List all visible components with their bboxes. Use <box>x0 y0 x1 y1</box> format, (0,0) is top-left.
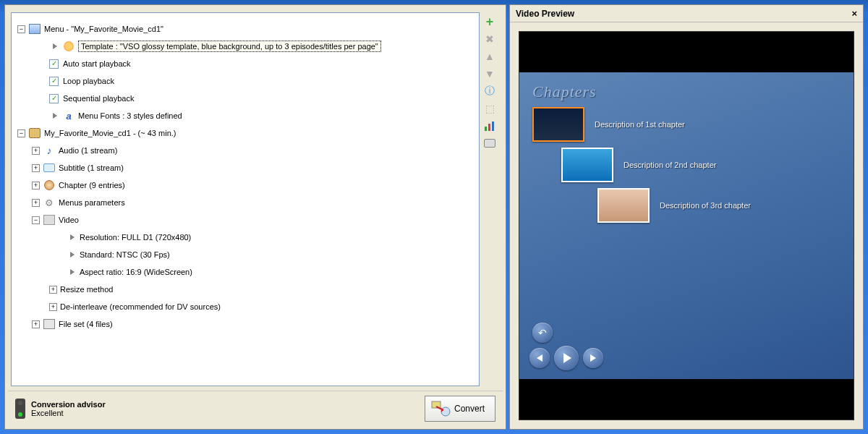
merge-icon[interactable]: ⬚ <box>483 102 496 115</box>
preview-title: Video Preview <box>516 9 574 19</box>
conversion-advisor: Conversion advisor Excellent <box>15 399 106 419</box>
nav-prev-icon[interactable] <box>529 348 550 368</box>
tree-node-template[interactable]: Template : "VSO glossy template, blue ba… <box>17 38 473 55</box>
expand-icon[interactable]: + <box>32 182 40 190</box>
collapse-icon[interactable]: − <box>32 216 40 224</box>
bullet-icon <box>70 252 75 258</box>
remove-icon[interactable]: ✖ <box>483 33 496 46</box>
bottom-bar: Conversion advisor Excellent Convert <box>8 391 503 426</box>
chapter-label: Chapter (9 entries) <box>59 181 125 190</box>
loop-checkbox[interactable]: ✓ <box>49 77 59 86</box>
bullet-icon <box>53 43 57 49</box>
template-icon <box>64 41 74 51</box>
svg-point-4 <box>441 407 450 416</box>
convert-label: Convert <box>454 404 485 414</box>
expand-icon[interactable]: + <box>32 320 40 328</box>
tree-node-resize[interactable]: + Resize method <box>17 281 473 298</box>
subtitle-label: Subtitle (1 stream) <box>59 163 124 172</box>
tree-node-standard[interactable]: Standard: NTSC (30 Fps) <box>17 246 473 263</box>
tree-node-resolution[interactable]: Resolution: FULL D1 (720x480) <box>17 229 473 246</box>
tree-node-video[interactable]: − Video <box>17 211 473 229</box>
template-label: Template : "VSO glossy template, blue ba… <box>78 41 381 52</box>
movie-label: My_Favorite_Movie_cd1 - (~ 43 min.) <box>44 129 176 137</box>
chapter-thumb-3 <box>597 188 650 223</box>
tree-node-aspect[interactable]: Aspect ratio: 16:9 (WideScreen) <box>17 263 473 281</box>
traffic-light-icon <box>15 399 25 419</box>
menu-label: Menu - "My_Favorite_Movie_cd1" <box>44 25 163 33</box>
svg-rect-0 <box>485 127 487 131</box>
nav-play-icon[interactable] <box>554 346 579 370</box>
preview-area: Chapters Description of 1st chapter Desc… <box>510 22 863 429</box>
sequential-checkbox[interactable]: ✓ <box>49 94 59 103</box>
chapter-icon <box>44 180 54 190</box>
info-icon[interactable]: ⓘ <box>483 85 496 98</box>
video-label: Video <box>59 216 79 224</box>
tree-node-menus-params[interactable]: + ⚙ Menus parameters <box>17 194 473 211</box>
chapter-desc-1: Description of 1st chapter <box>595 120 685 129</box>
video-preview-panel: Video Preview × Chapters Description of … <box>509 4 864 430</box>
nav-back-icon[interactable]: ↶ <box>532 323 553 343</box>
side-toolbar: + ✖ ▲ ▼ ⓘ ⬚ <box>480 12 500 386</box>
aspect-label: Aspect ratio: 16:9 (WideScreen) <box>80 268 192 276</box>
convert-icon <box>431 401 450 417</box>
collapse-icon[interactable]: − <box>17 25 25 33</box>
chapter-thumb-2 <box>561 148 613 182</box>
chapter-item-3[interactable]: Description of 3rd chapter <box>597 188 841 223</box>
sequential-label: Sequential playback <box>63 94 134 103</box>
loop-label: Loop playback <box>63 77 114 85</box>
bullet-icon <box>70 269 75 275</box>
advisor-status: Excellent <box>31 409 106 417</box>
convert-button[interactable]: Convert <box>425 396 495 422</box>
fileset-label: File set (4 files) <box>59 320 113 328</box>
video-icon <box>43 215 55 225</box>
dvd-icon[interactable] <box>483 137 496 150</box>
chapter-thumb-1 <box>532 107 584 142</box>
tree-node-loop[interactable]: ✓ Loop playback <box>17 72 473 90</box>
expand-icon[interactable]: + <box>32 199 40 207</box>
tree-node-movie[interactable]: − My_Favorite_Movie_cd1 - (~ 43 min.) <box>17 124 473 142</box>
close-icon[interactable]: × <box>851 8 857 19</box>
autostart-checkbox[interactable]: ✓ <box>49 59 59 69</box>
bullet-icon <box>53 113 57 119</box>
left-panel: − Menu - "My_Favorite_Movie_cd1" Templat… <box>4 4 506 430</box>
move-down-icon[interactable]: ▼ <box>483 67 496 80</box>
expand-icon[interactable]: + <box>32 147 40 155</box>
bullet-icon <box>70 234 75 240</box>
expand-icon[interactable]: + <box>49 303 57 311</box>
tree-node-subtitle[interactable]: + Subtitle (1 stream) <box>17 159 473 176</box>
chapter-item-1[interactable]: Description of 1st chapter <box>532 107 841 142</box>
expand-icon[interactable]: + <box>49 286 57 294</box>
collapse-icon[interactable]: − <box>17 129 25 137</box>
gear-icon: ⚙ <box>45 197 54 208</box>
menu-icon <box>29 24 41 34</box>
chapter-desc-3: Description of 3rd chapter <box>660 201 751 210</box>
autostart-label: Auto start playback <box>63 59 131 68</box>
audio-label: Audio (1 stream) <box>59 146 117 155</box>
tree-node-menu[interactable]: − Menu - "My_Favorite_Movie_cd1" <box>17 20 473 38</box>
tree-node-audio[interactable]: + ♪ Audio (1 stream) <box>17 142 473 159</box>
project-tree[interactable]: − Menu - "My_Favorite_Movie_cd1" Templat… <box>11 12 480 386</box>
fileset-icon <box>43 319 55 329</box>
move-up-icon[interactable]: ▲ <box>483 50 496 63</box>
stats-icon[interactable] <box>483 119 496 132</box>
chapter-item-2[interactable]: Description of 2nd chapter <box>561 148 841 182</box>
resize-label: Resize method <box>60 285 113 294</box>
tree-node-chapter[interactable]: + Chapter (9 entries) <box>17 176 473 194</box>
svg-rect-2 <box>492 122 494 131</box>
preview-screen: Chapters Description of 1st chapter Desc… <box>519 31 854 420</box>
tree-node-fileset[interactable]: + File set (4 files) <box>17 315 473 333</box>
add-icon[interactable]: + <box>483 15 496 28</box>
tree-node-sequential[interactable]: ✓ Sequential playback <box>17 90 473 107</box>
tree-node-autostart[interactable]: ✓ Auto start playback <box>17 55 473 72</box>
movie-icon <box>29 128 41 138</box>
chapters-heading: Chapters <box>532 82 841 101</box>
tree-node-fonts[interactable]: a Menu Fonts : 3 styles defined <box>17 107 473 124</box>
deinterleave-label: De-interleave (recommended for DV source… <box>60 302 221 311</box>
fonts-label: Menu Fonts : 3 styles defined <box>78 111 182 120</box>
standard-label: Standard: NTSC (30 Fps) <box>80 250 170 259</box>
nav-next-icon[interactable] <box>583 348 603 368</box>
tree-node-deinterleave[interactable]: + De-interleave (recommended for DV sour… <box>17 298 473 315</box>
advisor-title: Conversion advisor <box>31 400 106 409</box>
tree-area: − Menu - "My_Favorite_Movie_cd1" Templat… <box>8 8 503 391</box>
expand-icon[interactable]: + <box>32 164 40 172</box>
